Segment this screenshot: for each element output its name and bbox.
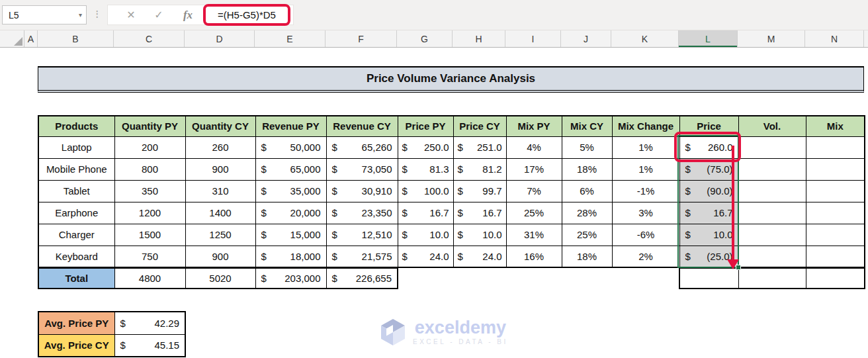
name-box[interactable]: L5 ▾ — [2, 5, 87, 24]
cell-mix-change[interactable]: 2% — [612, 246, 679, 267]
column-header-E[interactable]: E — [255, 30, 326, 47]
cell-qty-cy[interactable]: 1250 — [185, 224, 255, 246]
cell-mix-change[interactable]: 3% — [612, 202, 679, 224]
column-title-price-cy[interactable]: Price CY — [453, 116, 506, 136]
cell-price-cy[interactable]: $10.0 — [453, 224, 506, 246]
cell-qty-py[interactable]: 200 — [114, 136, 185, 158]
enter-icon[interactable]: ✓ — [146, 5, 172, 25]
cell-product[interactable]: Keyboard — [38, 246, 114, 267]
select-all-corner[interactable] — [0, 30, 24, 47]
name-box-dropdown-icon[interactable]: ▾ — [79, 11, 82, 19]
cell-mix-total[interactable] — [806, 268, 865, 289]
cell-qty-py[interactable]: 800 — [114, 158, 185, 180]
cell-price-py[interactable]: $24.0 — [398, 246, 453, 267]
cell-mix-cy[interactable]: 25% — [562, 224, 612, 246]
column-title-mix-py[interactable]: Mix PY — [506, 116, 562, 136]
cell-mix-py[interactable]: 25% — [506, 202, 562, 224]
cell-mix-py[interactable]: 16% — [506, 246, 562, 267]
column-title-price-py[interactable]: Price PY — [398, 116, 453, 136]
cell-mix-py[interactable]: 17% — [506, 158, 562, 180]
column-title-revenue-py[interactable]: Revenue PY — [255, 116, 326, 136]
cell-product[interactable]: Laptop — [38, 136, 114, 158]
column-header-N[interactable]: N — [805, 30, 864, 47]
cell-vol[interactable] — [738, 202, 806, 224]
cell-mix-change[interactable]: 1% — [612, 136, 679, 158]
cell-price-cy[interactable]: $24.0 — [453, 246, 506, 267]
cell-mix[interactable] — [806, 158, 865, 180]
column-header-I[interactable]: I — [505, 30, 561, 47]
cell-qty-py[interactable]: 1200 — [114, 202, 185, 224]
cell-qty-cy[interactable]: 1400 — [185, 202, 255, 224]
cell-avg-price-py-label[interactable]: Avg. Price PY — [38, 312, 114, 334]
cell-rev-cy[interactable]: $73,050 — [326, 158, 398, 180]
cell-qty-cy[interactable]: 900 — [185, 158, 255, 180]
cell-mix-py[interactable]: 31% — [506, 224, 562, 246]
column-title-revenue-cy[interactable]: Revenue CY — [326, 116, 398, 136]
cell-total-rev-cy[interactable]: $226,655 — [326, 268, 398, 289]
column-header-H[interactable]: H — [453, 30, 505, 47]
cell-rev-cy[interactable]: $65,260 — [326, 136, 398, 158]
cell-mix[interactable] — [806, 136, 865, 158]
cell-rev-cy[interactable]: $23,350 — [326, 202, 398, 224]
cell-mix-cy[interactable]: 5% — [562, 136, 612, 158]
cell-qty-py[interactable]: 1500 — [114, 224, 185, 246]
cell-avg-price-cy-value[interactable]: $45.15 — [114, 334, 185, 357]
cell-vol[interactable] — [738, 158, 806, 180]
cell-price-py[interactable]: $16.7 — [398, 202, 453, 224]
cell-mix-cy[interactable]: 18% — [562, 246, 612, 267]
column-title-vol[interactable]: Vol. — [738, 116, 806, 136]
cell-product[interactable]: Earphone — [38, 202, 114, 224]
cell-qty-py[interactable]: 350 — [114, 180, 185, 202]
cell-mix[interactable] — [806, 180, 865, 202]
cell-price-cy[interactable]: $99.7 — [453, 180, 506, 202]
cell-mix-change[interactable]: -6% — [612, 224, 679, 246]
column-title-quantity-py[interactable]: Quantity PY — [114, 116, 185, 136]
cell-mix[interactable] — [806, 224, 865, 246]
cell-price-cy[interactable]: $81.2 — [453, 158, 506, 180]
cancel-icon[interactable]: ✕ — [118, 5, 144, 25]
cell-rev-py[interactable]: $35,000 — [255, 180, 326, 202]
cell-mix-cy[interactable]: 18% — [562, 158, 612, 180]
cell-qty-cy[interactable]: 260 — [185, 136, 255, 158]
cell-product[interactable]: Tablet — [38, 180, 114, 202]
cell-rev-cy[interactable]: $12,510 — [326, 224, 398, 246]
cell-mix-py[interactable]: 7% — [506, 180, 562, 202]
cell-rev-cy[interactable]: $21,575 — [326, 246, 398, 267]
cell-rev-cy[interactable]: $30,910 — [326, 180, 398, 202]
column-header-F[interactable]: F — [326, 30, 397, 47]
cell-qty-cy[interactable]: 310 — [185, 180, 255, 202]
cell-rev-py[interactable]: $50,000 — [255, 136, 326, 158]
cell-mix-cy[interactable]: 28% — [562, 202, 612, 224]
formula-bar[interactable]: =(H5-G5)*D5 — [203, 4, 290, 26]
cell-total-qty-py[interactable]: 4800 — [114, 268, 185, 289]
column-title-quantity-cy[interactable]: Quantity CY — [185, 116, 255, 136]
column-header-C[interactable]: C — [114, 30, 185, 47]
cell-mix[interactable] — [806, 246, 865, 267]
cell-price-py[interactable]: $10.0 — [398, 224, 453, 246]
column-header-B[interactable]: B — [38, 30, 114, 47]
cell-price-var[interactable]: $16.7 — [679, 202, 738, 224]
cell-mix-cy[interactable]: 6% — [562, 180, 612, 202]
column-header-D[interactable]: D — [185, 30, 255, 47]
cell-qty-py[interactable]: 750 — [114, 246, 185, 267]
cell-mix[interactable] — [806, 202, 865, 224]
column-header-G[interactable]: G — [397, 30, 453, 47]
cell-total-rev-py[interactable]: $203,000 — [255, 268, 326, 289]
cell-price-cy[interactable]: $251.0 — [453, 136, 506, 158]
column-header-J[interactable]: J — [561, 30, 611, 47]
column-title-products[interactable]: Products — [38, 116, 114, 136]
cell-avg-price-cy-label[interactable]: Avg. Price CY — [38, 334, 114, 357]
cell-price-total[interactable] — [679, 268, 738, 289]
column-title-mix-cy[interactable]: Mix CY — [562, 116, 612, 136]
cell-product[interactable]: Charger — [38, 224, 114, 246]
column-header-L[interactable]: L — [679, 30, 738, 47]
cell-rev-py[interactable]: $20,000 — [255, 202, 326, 224]
cell-price-var[interactable]: $(90.0) — [679, 180, 738, 202]
cell-product[interactable]: Mobile Phone — [38, 158, 114, 180]
column-header-K[interactable]: K — [611, 30, 679, 47]
column-header-M[interactable]: M — [738, 30, 805, 47]
cell-total-label[interactable]: Total — [38, 268, 114, 289]
cell-qty-cy[interactable]: 900 — [185, 246, 255, 267]
cell-price-var[interactable]: $10.0 — [679, 224, 738, 246]
insert-function-icon[interactable]: fx — [175, 5, 201, 25]
